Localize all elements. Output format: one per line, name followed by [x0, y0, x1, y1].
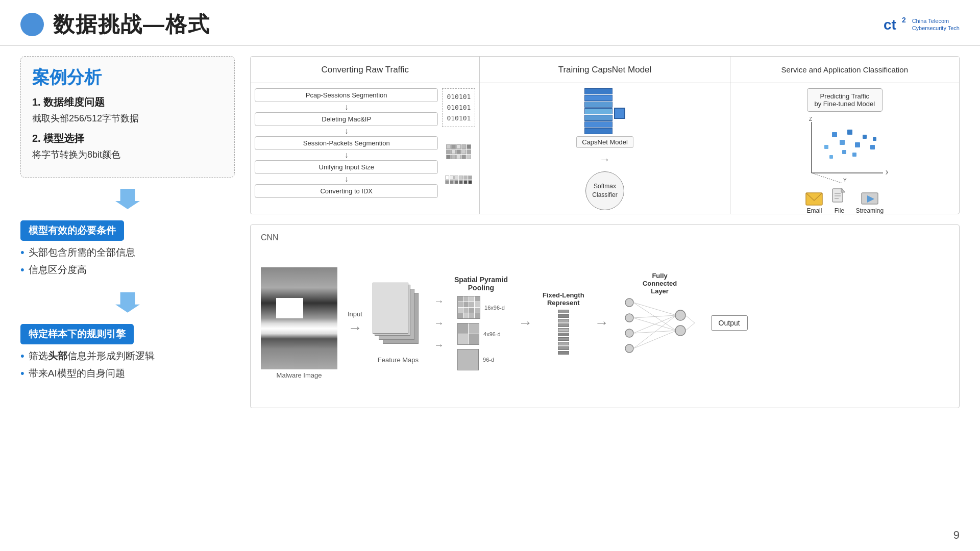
capsnet-cubes: CapsNet Model: [576, 88, 633, 148]
svg-rect-10: [847, 130, 852, 135]
spp-arrows: → → →: [434, 295, 444, 351]
section1-header: Converting Raw Traffic: [251, 57, 479, 83]
arrow-shape-2: [115, 292, 140, 313]
header: 数据挑战—格式 ct 2 China Telecom Cybersecurity…: [0, 0, 980, 46]
section3-header: Service and Application Classification: [730, 57, 959, 83]
spp-grid-2: [457, 323, 479, 345]
output-box: Output: [711, 315, 748, 331]
arrow-to-output: →: [595, 315, 609, 331]
section2-title: 2. 模型选择: [32, 132, 223, 145]
steps-column: Pcap-Sessions Segmention ↓ Deleting Mac&…: [255, 88, 438, 198]
svg-line-38: [633, 331, 676, 348]
malware-white-block: [276, 298, 303, 318]
step-2: Deleting Mac&IP: [255, 112, 438, 126]
svg-point-30: [625, 344, 633, 353]
email-icon: [805, 192, 823, 206]
svg-line-31: [633, 303, 676, 315]
step-1: Pcap-Sessions Segmention: [255, 88, 438, 102]
logo-text: China Telecom Cybersecurity Tech: [912, 17, 960, 32]
svg-line-37: [633, 315, 676, 348]
step-4: Unifying Input Size: [255, 160, 438, 174]
feature-maps-visual: [373, 283, 424, 354]
svg-rect-14: [842, 150, 846, 154]
bottom-diagram-content: Malware Image Input → Feature Maps: [261, 246, 949, 399]
converting-raw-traffic-section: Converting Raw Traffic Pcap-Sessions Seg…: [251, 57, 480, 214]
svg-rect-15: [870, 145, 875, 149]
left-panel: 案例分析 1. 数据维度问题 截取头部256/512字节数据 2. 模型选择 将…: [20, 56, 235, 541]
page-number: 9: [953, 529, 960, 542]
fc-layer-section: Fully Connected Layer: [619, 272, 701, 374]
svg-point-29: [625, 329, 633, 337]
streaming-icon-item: Streaming: [855, 192, 884, 214]
diagram-bottom: CNN Malware Image Input →: [250, 224, 960, 408]
feature-maps-section: Feature Maps: [373, 283, 424, 364]
svg-rect-13: [863, 135, 867, 139]
svg-rect-16: [829, 155, 833, 159]
arrow-shape-1: [115, 189, 140, 209]
spp-block: Spatial Pyramid Pooling 16x96: [454, 276, 508, 370]
svg-point-39: [675, 310, 685, 320]
service-icons: Email File: [805, 188, 884, 214]
step-5: Converting to IDX: [255, 184, 438, 198]
input-arrow: Input →: [348, 310, 362, 336]
section1-body: Pcap-Sessions Segmention ↓ Deleting Mac&…: [251, 83, 479, 214]
svg-line-4: [812, 173, 842, 183]
spp-grid-3: [457, 349, 479, 370]
spp-title: Spatial Pyramid Pooling: [454, 276, 508, 292]
bullet-3: • 筛选头部信息并形成判断逻辑: [20, 349, 235, 363]
svg-rect-9: [840, 140, 845, 145]
svg-line-41: [685, 315, 695, 323]
section2-text: 将字节转换为8bit颜色: [32, 148, 223, 161]
pixel-blocks-visual: [445, 176, 472, 184]
visuals-col: 010101010101010101: [442, 88, 475, 184]
cnn-label: CNN: [261, 233, 949, 242]
svg-rect-11: [855, 142, 860, 147]
section2-body: CapsNet Model → Softmax Classifier: [480, 83, 729, 214]
spp-grid-1: [457, 296, 480, 319]
bullet-2: • 信息区分度高: [20, 263, 235, 277]
fixed-length-block: Fixed-Length Represent: [543, 291, 584, 355]
section3-body: Predicting Traffic by Fine-tuned Model X…: [730, 83, 959, 214]
service-classification-section: Service and Application Classification P…: [730, 57, 959, 214]
svg-rect-17: [852, 153, 856, 157]
case-analysis-box: 案例分析 1. 数据维度问题 截取头部256/512字节数据 2. 模型选择 将…: [20, 56, 235, 178]
svg-rect-8: [832, 132, 837, 137]
fixed-title: Fixed-Length Represent: [543, 291, 584, 307]
arrow-down-1: [20, 189, 235, 209]
malware-image-section: Malware Image: [261, 267, 337, 379]
malware-image: [261, 267, 337, 369]
svg-point-27: [625, 298, 633, 307]
spp-grids: 16x96-d 4x96-d: [457, 296, 505, 370]
badge-rule-engine: 特定样本下的规则引擎 • 筛选头部信息并形成判断逻辑 • 带来AI模型的自身问题: [20, 324, 235, 385]
svg-text:X: X: [886, 170, 888, 176]
right-panel: Converting Raw Traffic Pcap-Sessions Seg…: [250, 56, 960, 541]
company-logo: ct 2 China Telecom Cybersecurity Tech: [884, 15, 960, 34]
logo-icon: ct 2 China Telecom Cybersecurity Tech: [884, 15, 960, 34]
svg-rect-18: [873, 137, 876, 141]
section2-header: Training CapsNet Model: [480, 57, 729, 83]
arrow-down-2: [20, 292, 235, 313]
svg-text:Y: Y: [843, 178, 847, 183]
badge-label-2: 特定样本下的规则引擎: [20, 324, 134, 344]
bullet-4: • 带来AI模型的自身问题: [20, 367, 235, 380]
svg-text:ct: ct: [884, 17, 896, 33]
malware-label: Malware Image: [277, 371, 322, 379]
badge-necessary-conditions: 模型有效的必要条件 • 头部包含所需的全部信息 • 信息区分度高: [20, 220, 235, 281]
fixed-bars: [558, 310, 569, 355]
binary-display: 010101010101010101: [442, 88, 475, 127]
header-circle-icon: [20, 13, 44, 36]
svg-rect-12: [824, 145, 828, 149]
svg-point-40: [675, 325, 685, 336]
capsnet-label: CapsNet Model: [576, 136, 633, 148]
feature-maps-label: Feature Maps: [378, 356, 419, 364]
ct-logo-svg: ct 2: [884, 15, 908, 34]
bullet-1: • 头部包含所需的全部信息: [20, 246, 235, 259]
streaming-icon: [861, 192, 878, 206]
section1-title: 1. 数据维度问题: [32, 95, 223, 109]
spp-item-2: 4x96-d: [457, 323, 505, 345]
svg-line-33: [633, 315, 676, 318]
session-grid-visual: [446, 144, 471, 159]
page-title: 数据挑战—格式: [53, 10, 210, 39]
case-title: 案例分析: [32, 66, 223, 89]
diagram-top: Converting Raw Traffic Pcap-Sessions Seg…: [250, 56, 960, 214]
